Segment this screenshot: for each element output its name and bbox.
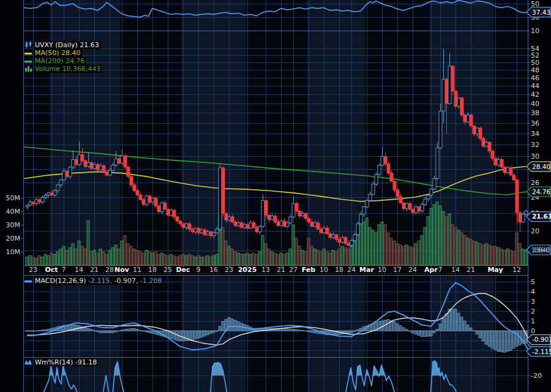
svg-text:21: 21 — [90, 266, 99, 274]
svg-text:28: 28 — [105, 266, 114, 274]
svg-text:13: 13 — [261, 266, 270, 274]
svg-text:24.76: 24.76 — [532, 188, 550, 195]
svg-text:21.63: 21.63 — [532, 213, 551, 220]
svg-text:21: 21 — [277, 266, 285, 274]
volume-legend-row: Volume 10,366,443 — [24, 65, 102, 73]
svg-text:9: 9 — [197, 266, 201, 274]
svg-text:18: 18 — [148, 266, 157, 274]
axis-badge: 10366443 — [527, 245, 550, 255]
volume-bars-icon — [24, 65, 32, 74]
svg-text:20M: 20M — [6, 235, 21, 243]
svg-text:2: 2 — [531, 307, 535, 315]
svg-text:40M: 40M — [6, 208, 21, 216]
symbol-label: UVXY (Daily) 21.63 — [34, 41, 100, 49]
symbol-legend-row: UVXY (Daily) 21.63 — [24, 41, 102, 49]
svg-text:37.43: 37.43 — [532, 9, 550, 16]
svg-text:14: 14 — [75, 266, 83, 274]
svg-text:24: 24 — [347, 266, 356, 274]
svg-text:50: 50 — [531, 59, 539, 67]
axis-badge: 37.43 — [527, 7, 550, 17]
svg-text:23: 23 — [225, 266, 233, 274]
svg-text:21: 21 — [467, 266, 475, 274]
axis-badge: -0.907 — [527, 335, 551, 345]
svg-text:25: 25 — [163, 266, 172, 274]
svg-text:10: 10 — [531, 27, 539, 35]
svg-text:11: 11 — [133, 266, 141, 274]
svg-text:10366443: 10366443 — [532, 246, 550, 254]
svg-text:24: 24 — [408, 266, 417, 274]
svg-text:0: 0 — [531, 327, 535, 335]
svg-text:Mar: Mar — [359, 266, 374, 274]
svg-text:7: 7 — [62, 266, 66, 274]
svg-text:28.40: 28.40 — [532, 163, 550, 170]
ma50-legend-row: MA(50) 28.40 — [24, 49, 102, 57]
svg-text:48: 48 — [531, 66, 539, 74]
svg-text:10: 10 — [320, 266, 328, 274]
svg-text:4: 4 — [531, 288, 535, 296]
svg-text:50: 50 — [531, 0, 539, 8]
ma50-label: MA(50) 28.40 — [34, 49, 82, 57]
svg-text:10M: 10M — [6, 248, 21, 256]
svg-text:26: 26 — [531, 179, 539, 187]
svg-text:May: May — [487, 266, 503, 274]
svg-text:-20: -20 — [531, 372, 542, 380]
svg-text:40: 40 — [531, 100, 539, 108]
svg-text:18: 18 — [335, 266, 343, 274]
svg-text:Feb: Feb — [302, 266, 316, 274]
svg-text:2025: 2025 — [238, 266, 257, 274]
macd-legend: MACD(12,26,9) -2.115, -0.907, -1.208 — [24, 277, 163, 285]
ma200-legend-row: MA(200) 24.76 — [24, 57, 102, 65]
wpr-legend: Wm%R(14) -91.18 — [24, 358, 98, 366]
ma200-label: MA(200) 24.76 — [34, 57, 86, 65]
svg-text:Apr: Apr — [424, 266, 438, 274]
svg-text:34: 34 — [531, 130, 539, 138]
svg-text:Oct: Oct — [45, 266, 58, 274]
main-legend: UVXY (Daily) 21.63 MA(50) 28.40 MA(200) … — [24, 41, 102, 73]
svg-text:36: 36 — [531, 119, 539, 127]
ma50-line-icon — [24, 49, 32, 57]
wpr-label: Wm%R(14) -91.18 — [34, 358, 98, 366]
ma200-line-icon — [24, 57, 32, 65]
svg-text:50M: 50M — [6, 194, 21, 202]
svg-text:46: 46 — [531, 74, 539, 82]
macd-label: MACD(12,26,9) -2.115, -0.907, -1.208 — [34, 277, 163, 285]
axis-badge: 21.63 — [527, 212, 551, 222]
svg-text:30: 30 — [531, 153, 539, 160]
svg-text:32: 32 — [531, 141, 539, 149]
svg-text:27: 27 — [289, 266, 298, 274]
wpr-area-icon — [24, 358, 32, 367]
macd-line-icon — [24, 277, 32, 285]
svg-text:Dec: Dec — [176, 266, 190, 274]
svg-text:38: 38 — [531, 109, 539, 117]
svg-text:Nov: Nov — [114, 266, 130, 274]
axis-badge: -2.115 — [527, 347, 551, 356]
svg-text:30M: 30M — [6, 221, 21, 229]
svg-text:1: 1 — [531, 317, 535, 325]
svg-text:44: 44 — [531, 82, 539, 90]
svg-text:16: 16 — [209, 266, 218, 274]
svg-text:17: 17 — [393, 266, 402, 274]
svg-text:3: 3 — [531, 298, 535, 306]
candlestick-icon — [24, 41, 32, 50]
svg-text:-2.115: -2.115 — [532, 348, 551, 355]
svg-text:23: 23 — [29, 266, 37, 274]
volume-label: Volume 10,366,443 — [34, 65, 102, 73]
svg-text:5: 5 — [531, 278, 535, 286]
svg-text:-0.907: -0.907 — [532, 336, 551, 343]
svg-text:14: 14 — [451, 266, 460, 274]
svg-text:20: 20 — [531, 227, 539, 235]
svg-text:7: 7 — [438, 266, 443, 274]
svg-text:10: 10 — [378, 266, 386, 274]
svg-text:12: 12 — [512, 266, 521, 274]
axis-badge: 28.40 — [527, 162, 550, 172]
axis-badge: 24.76 — [527, 187, 550, 197]
svg-text:42: 42 — [531, 91, 539, 99]
last-price: 21.63 — [80, 41, 99, 49]
stock-chart-app: 5452504846444240383634323028262422201850… — [0, 0, 551, 392]
